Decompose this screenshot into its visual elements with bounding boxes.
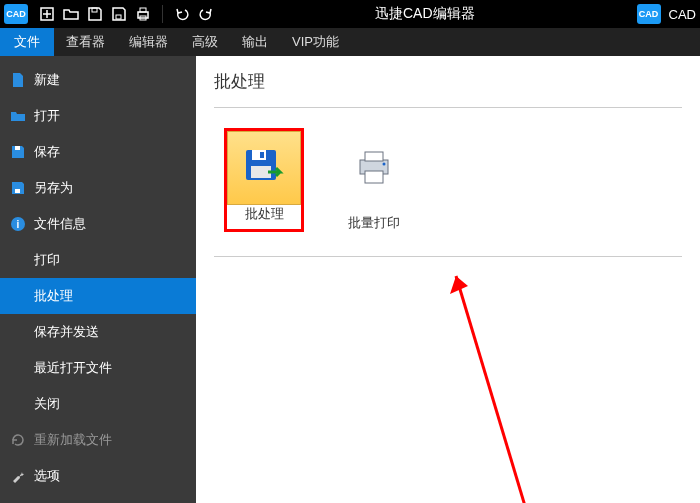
sidebar-item-label: 关闭 bbox=[34, 395, 60, 413]
folder-open-icon bbox=[10, 108, 26, 124]
sidebar-item-label: 另存为 bbox=[34, 179, 73, 197]
sidebar-item-save[interactable]: 保存 bbox=[0, 134, 196, 170]
tool-batch[interactable]: 批处理 bbox=[224, 128, 304, 232]
sidebar-item-label: 保存并发送 bbox=[34, 323, 99, 341]
info-icon: i bbox=[10, 216, 26, 232]
undo-icon[interactable] bbox=[171, 3, 193, 25]
document-icon bbox=[10, 72, 26, 88]
menu-advanced[interactable]: 高级 bbox=[180, 28, 230, 56]
menubar: 文件 查看器 编辑器 高级 输出 VIP功能 bbox=[0, 28, 700, 56]
app-icon: CAD bbox=[4, 4, 28, 24]
window-title: 迅捷CAD编辑器 bbox=[217, 5, 633, 23]
redo-icon[interactable] bbox=[195, 3, 217, 25]
content-panel: 批处理 批处理 bbox=[196, 56, 700, 503]
title-right-text: CAD bbox=[669, 7, 696, 22]
sidebar-item-options[interactable]: 选项 bbox=[0, 458, 196, 494]
titlebar: CAD 迅捷CAD编辑器 CAD CAD bbox=[0, 0, 700, 28]
new-icon[interactable] bbox=[36, 3, 58, 25]
save-icon bbox=[10, 144, 26, 160]
svg-rect-17 bbox=[365, 152, 383, 161]
sidebar-item-label: 打印 bbox=[34, 251, 60, 269]
svg-rect-4 bbox=[116, 15, 121, 19]
menu-output[interactable]: 输出 bbox=[230, 28, 280, 56]
sidebar-item-reload: 重新加载文件 bbox=[0, 422, 196, 458]
sidebar-item-save-send[interactable]: 保存并发送 bbox=[0, 314, 196, 350]
print-icon[interactable] bbox=[132, 3, 154, 25]
menu-vip[interactable]: VIP功能 bbox=[280, 28, 351, 56]
svg-marker-21 bbox=[450, 276, 468, 294]
svg-text:i: i bbox=[17, 219, 20, 230]
tools-row: 批处理 批量打印 bbox=[214, 108, 682, 250]
sidebar-item-batch[interactable]: 批处理 bbox=[0, 278, 196, 314]
batch-save-icon bbox=[242, 146, 286, 190]
sidebar-item-label: 新建 bbox=[34, 71, 60, 89]
sidebar-item-close[interactable]: 关闭 bbox=[0, 386, 196, 422]
blank-icon bbox=[10, 360, 26, 376]
blank-icon bbox=[10, 288, 26, 304]
sidebar-item-new[interactable]: 新建 bbox=[0, 62, 196, 98]
tool-batch-print[interactable]: 批量打印 bbox=[334, 128, 414, 232]
menu-editor[interactable]: 编辑器 bbox=[117, 28, 180, 56]
reload-icon bbox=[10, 432, 26, 448]
annotation-arrow bbox=[436, 256, 556, 503]
blank-icon bbox=[10, 252, 26, 268]
tab-file[interactable]: 文件 bbox=[0, 28, 54, 56]
sidebar-item-print[interactable]: 打印 bbox=[0, 242, 196, 278]
blank-icon bbox=[10, 324, 26, 340]
sidebar-item-label: 最近打开文件 bbox=[34, 359, 112, 377]
sidebar-item-label: 重新加载文件 bbox=[34, 431, 112, 449]
menu-viewer[interactable]: 查看器 bbox=[54, 28, 117, 56]
separator bbox=[162, 5, 163, 23]
saveas-icon bbox=[10, 180, 26, 196]
divider bbox=[214, 256, 682, 257]
sidebar-item-label: 批处理 bbox=[34, 287, 73, 305]
sidebar-item-open[interactable]: 打开 bbox=[0, 98, 196, 134]
saveas-icon[interactable] bbox=[108, 3, 130, 25]
svg-line-20 bbox=[456, 276, 531, 503]
file-sidebar: 新建 打开 保存 另存为 i 文件信息 打印 批处理 保存并发送 bbox=[0, 56, 196, 503]
svg-rect-14 bbox=[260, 152, 264, 158]
open-icon[interactable] bbox=[60, 3, 82, 25]
svg-rect-18 bbox=[365, 171, 383, 183]
blank-icon bbox=[10, 396, 26, 412]
panel-title: 批处理 bbox=[214, 70, 682, 93]
tool-label: 批处理 bbox=[245, 205, 284, 223]
sidebar-item-label: 选项 bbox=[34, 467, 60, 485]
wrench-icon bbox=[10, 468, 26, 484]
sidebar-item-saveas[interactable]: 另存为 bbox=[0, 170, 196, 206]
sidebar-item-label: 保存 bbox=[34, 143, 60, 161]
batch-print-icon bbox=[352, 146, 396, 190]
save-icon[interactable] bbox=[84, 3, 106, 25]
svg-rect-9 bbox=[15, 189, 20, 193]
sidebar-item-label: 打开 bbox=[34, 107, 60, 125]
svg-point-19 bbox=[383, 163, 386, 166]
sidebar-item-recent[interactable]: 最近打开文件 bbox=[0, 350, 196, 386]
title-right: CAD CAD bbox=[633, 4, 700, 24]
sidebar-item-label: 文件信息 bbox=[34, 215, 86, 233]
sidebar-item-info[interactable]: i 文件信息 bbox=[0, 206, 196, 242]
quick-access-toolbar bbox=[32, 3, 217, 25]
tool-label: 批量打印 bbox=[348, 214, 400, 232]
cad-logo-icon: CAD bbox=[637, 4, 661, 24]
svg-rect-8 bbox=[15, 146, 20, 150]
